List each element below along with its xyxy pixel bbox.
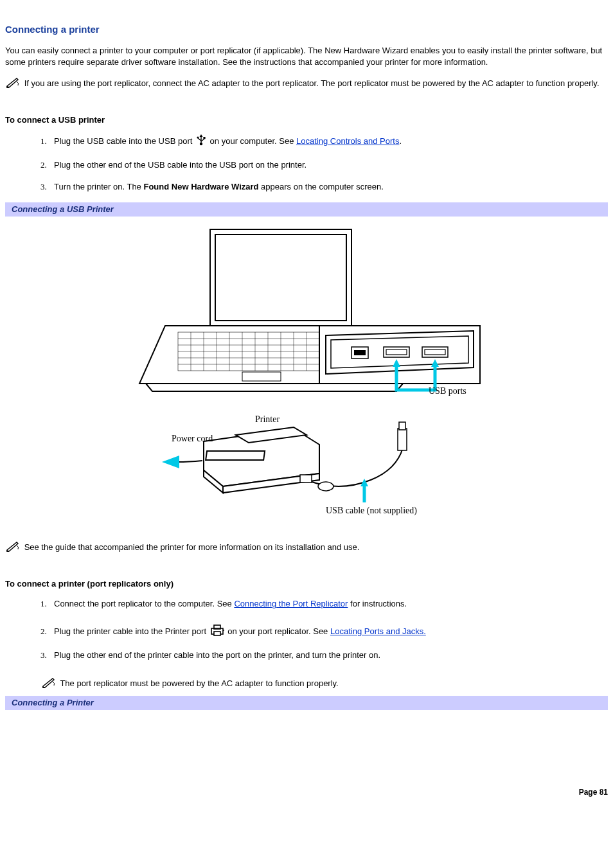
usb-step1-text-a: Plug the USB cable into the USB port bbox=[54, 136, 195, 146]
svg-rect-31 bbox=[242, 372, 281, 381]
port-step-3: Plug the other end of the printer cable … bbox=[49, 650, 608, 661]
svg-rect-52 bbox=[399, 422, 405, 430]
svg-line-3 bbox=[198, 138, 201, 141]
label-usb-cable: USB cable (not supplied) bbox=[326, 506, 417, 516]
svg-point-50 bbox=[318, 482, 333, 491]
label-usb-ports: USB ports bbox=[429, 386, 466, 396]
port-step-1: Connect the port replicator to the compu… bbox=[49, 598, 608, 610]
svg-rect-36 bbox=[354, 350, 366, 355]
usb-step1-text-b: on your computer. See bbox=[210, 136, 296, 146]
usb-step1-text-c: . bbox=[399, 136, 402, 146]
usb-step3-bold: Found New Hardware Wizard bbox=[143, 182, 258, 191]
intro-paragraph: You can easily connect a printer to your… bbox=[5, 45, 608, 67]
note-icon bbox=[5, 76, 21, 91]
figure-caption-usb: Connecting a USB Printer bbox=[5, 202, 608, 217]
port-steps-list: Connect the port replicator to the compu… bbox=[5, 598, 608, 661]
page-number: Page 81 bbox=[5, 787, 608, 797]
usb-step3-text-b: appears on the computer screen. bbox=[259, 182, 384, 191]
port-step2-text-a: Plug the printer cable into the Printer … bbox=[54, 626, 209, 636]
usb-step3-text-a: Turn the printer on. The bbox=[54, 182, 143, 191]
svg-marker-48 bbox=[162, 456, 179, 468]
note-printer-guide: See the guide that accompanied the print… bbox=[5, 540, 608, 555]
svg-rect-38 bbox=[386, 350, 407, 355]
port-step2-text-b: on your port replicator. See bbox=[227, 626, 330, 636]
note-text: If you are using the port replicator, co… bbox=[24, 78, 600, 88]
usb-step-1: Plug the USB cable into the USB port on … bbox=[49, 134, 608, 149]
link-locating-ports-jacks[interactable]: Locating Ports and Jacks. bbox=[330, 626, 426, 636]
usb-step-2: Plug the other end of the USB cable into… bbox=[49, 159, 608, 171]
figure-caption-printer: Connecting a Printer bbox=[5, 696, 608, 710]
svg-rect-40 bbox=[425, 350, 445, 355]
port-step1-text-a: Connect the port replicator to the compu… bbox=[54, 599, 234, 608]
note-icon bbox=[5, 540, 21, 555]
printer-port-icon bbox=[210, 624, 224, 640]
svg-line-5 bbox=[201, 139, 204, 141]
usb-step-3: Turn the printer on. The Found New Hardw… bbox=[49, 181, 608, 193]
figure-usb-printer: USB ports Printer Power cord bbox=[5, 223, 608, 522]
svg-rect-57 bbox=[214, 632, 220, 635]
svg-point-4 bbox=[197, 137, 199, 139]
svg-rect-6 bbox=[203, 137, 205, 139]
port-heading: To connect a printer (port replicators o… bbox=[5, 578, 608, 590]
note-text: The port replicator must be powered by t… bbox=[60, 678, 338, 688]
usb-heading: To connect a USB printer bbox=[5, 114, 608, 126]
section-title: Connecting a printer bbox=[5, 23, 608, 36]
label-power-cord: Power cord bbox=[172, 434, 213, 443]
svg-marker-8 bbox=[215, 235, 346, 321]
svg-marker-2 bbox=[199, 134, 202, 137]
usb-steps-list: Plug the USB cable into the USB port on … bbox=[5, 134, 608, 192]
note-replicator-power: If you are using the port replicator, co… bbox=[5, 76, 608, 91]
port-step1-text-b: for instructions. bbox=[348, 599, 407, 608]
link-connecting-port-replicator[interactable]: Connecting the Port Replicator bbox=[234, 599, 348, 608]
note-inner-replicator: The port replicator must be powered by t… bbox=[41, 677, 608, 691]
svg-rect-49 bbox=[300, 475, 312, 483]
svg-rect-51 bbox=[398, 429, 407, 450]
link-locating-controls-ports[interactable]: Locating Controls and Ports bbox=[296, 136, 399, 146]
note-text: See the guide that accompanied the print… bbox=[24, 542, 360, 552]
svg-marker-10 bbox=[146, 384, 403, 391]
label-printer: Printer bbox=[255, 414, 280, 424]
port-step-2: Plug the printer cable into the Printer … bbox=[49, 624, 608, 640]
usb-icon bbox=[196, 134, 206, 149]
svg-rect-47 bbox=[206, 451, 265, 460]
note-icon bbox=[41, 677, 57, 691]
